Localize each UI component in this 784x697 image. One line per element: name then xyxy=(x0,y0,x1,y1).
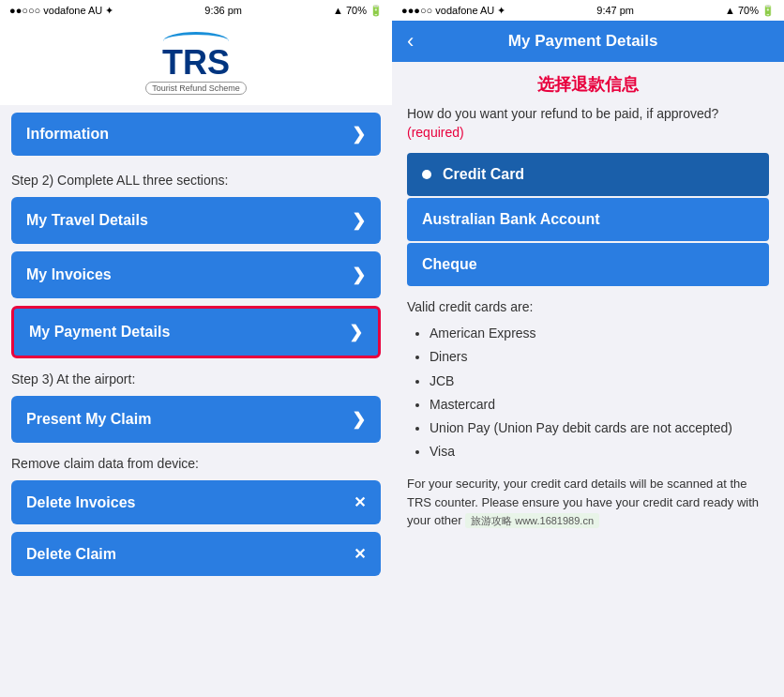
chevron-right-icon: ❯ xyxy=(352,124,366,144)
refund-question-text: How do you want your refund to be paid, … xyxy=(407,106,718,121)
time-right: 9:47 pm xyxy=(596,5,634,16)
chevron-right-icon: ❯ xyxy=(352,210,366,231)
refund-question: How do you want your refund to be paid, … xyxy=(407,105,769,142)
remove-claim-label: Remove claim data from device: xyxy=(0,447,392,477)
battery-right: ▲ 70% 🔋 xyxy=(725,5,775,17)
logo-area: TRS Tourist Refund Scheme xyxy=(0,21,392,105)
my-travel-details-button[interactable]: My Travel Details ❯ xyxy=(11,197,381,244)
my-invoices-button[interactable]: My Invoices ❯ xyxy=(11,251,381,298)
carrier-left: ●●○○○ vodafone AU ✦ xyxy=(9,5,113,17)
x-icon: ✕ xyxy=(354,493,366,511)
delete-claim-button[interactable]: Delete Claim ✕ xyxy=(11,532,381,576)
credit-card-label: Credit Card xyxy=(443,166,524,183)
list-item: American Express xyxy=(430,322,769,345)
back-button[interactable]: ‹ xyxy=(407,29,414,53)
my-invoices-label: My Invoices xyxy=(26,266,112,283)
information-button[interactable]: Information ❯ xyxy=(11,113,381,156)
trs-subtitle: Tourist Refund Scheme xyxy=(145,82,247,95)
carrier-right: ●●●○○ vodafone AU ✦ xyxy=(401,5,505,17)
card-list: American Express Diners JCB Mastercard U… xyxy=(407,322,769,463)
my-payment-details-button[interactable]: My Payment Details ❯ xyxy=(11,306,381,358)
my-payment-details-label: My Payment Details xyxy=(29,324,170,341)
cheque-label: Cheque xyxy=(422,256,477,273)
status-bar-right: ●●●○○ vodafone AU ✦ 9:47 pm ▲ 70% 🔋 xyxy=(392,0,784,21)
required-label: (required) xyxy=(407,125,464,140)
list-item: Diners xyxy=(430,345,769,369)
watermark-text: 旅游攻略 www.1681989.cn xyxy=(465,513,599,528)
delete-claim-label: Delete Claim xyxy=(26,546,116,563)
present-my-claim-label: Present My Claim xyxy=(26,411,151,428)
credit-card-option[interactable]: Credit Card xyxy=(407,153,769,196)
trs-letters: TRS xyxy=(162,46,230,80)
list-item: Union Pay (Union Pay debit cards are not… xyxy=(430,417,769,440)
present-my-claim-button[interactable]: Present My Claim ❯ xyxy=(11,396,381,443)
valid-cards-section: Valid credit cards are: American Express… xyxy=(407,299,769,463)
cheque-option[interactable]: Cheque xyxy=(407,243,769,286)
status-bar-left: ●●○○○ vodafone AU ✦ 9:36 pm ▲ 70% 🔋 xyxy=(0,0,392,21)
selected-bullet-icon xyxy=(422,170,431,179)
step3-label: Step 3) At the airport: xyxy=(0,362,392,392)
x-icon: ✕ xyxy=(354,545,366,563)
chevron-right-icon: ❯ xyxy=(352,409,366,430)
list-item: JCB xyxy=(430,370,769,393)
chinese-heading: 选择退款信息 xyxy=(407,73,769,96)
bank-account-label: Australian Bank Account xyxy=(422,211,600,228)
nav-title: My Payment Details xyxy=(425,32,741,51)
battery-left: ▲ 70% 🔋 xyxy=(333,5,383,17)
chevron-right-icon: ❯ xyxy=(352,265,366,285)
list-item: Visa xyxy=(430,440,769,463)
information-button-label: Information xyxy=(26,126,109,143)
my-travel-details-label: My Travel Details xyxy=(26,212,148,229)
security-note: For your security, your credit card deta… xyxy=(407,475,769,530)
chevron-right-icon: ❯ xyxy=(349,322,363,342)
time-left: 9:36 pm xyxy=(204,5,242,16)
nav-bar: ‹ My Payment Details xyxy=(392,21,784,62)
right-panel: ●●●○○ vodafone AU ✦ 9:47 pm ▲ 70% 🔋 ‹ My… xyxy=(392,0,784,697)
step2-label: Step 2) Complete ALL three sections: xyxy=(0,163,392,193)
right-content: 选择退款信息 How do you want your refund to be… xyxy=(392,62,784,697)
delete-invoices-button[interactable]: Delete Invoices ✕ xyxy=(11,480,381,524)
bank-account-option[interactable]: Australian Bank Account xyxy=(407,198,769,241)
left-panel: ●●○○○ vodafone AU ✦ 9:36 pm ▲ 70% 🔋 TRS … xyxy=(0,0,392,697)
delete-invoices-label: Delete Invoices xyxy=(26,494,136,511)
valid-cards-title: Valid credit cards are: xyxy=(407,299,769,314)
trs-logo: TRS Tourist Refund Scheme xyxy=(145,32,247,95)
list-item: Mastercard xyxy=(430,393,769,417)
